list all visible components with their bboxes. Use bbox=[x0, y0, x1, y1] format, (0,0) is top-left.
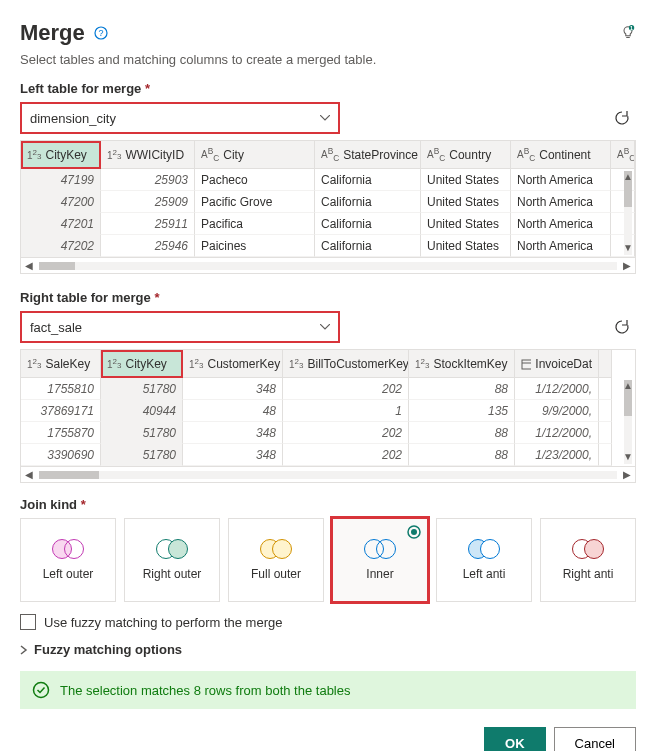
col-header-citykey[interactable]: 123CityKey bbox=[21, 141, 101, 169]
join-right-anti[interactable]: Right anti bbox=[540, 518, 636, 602]
ok-button[interactable]: OK bbox=[484, 727, 546, 751]
h-scrollbar[interactable]: ◀▶ bbox=[21, 257, 635, 273]
fuzzy-options-expander[interactable]: Fuzzy matching options bbox=[20, 642, 636, 657]
page-title: Merge bbox=[20, 20, 85, 46]
right-table-dropdown[interactable]: fact_sale bbox=[20, 311, 340, 343]
success-message: The selection matches 8 rows from both t… bbox=[20, 671, 636, 709]
join-full-outer[interactable]: Full outer bbox=[228, 518, 324, 602]
left-table-label: Left table for merge * bbox=[20, 81, 636, 96]
right-table-label: Right table for merge * bbox=[20, 290, 636, 305]
col-header[interactable]: InvoiceDat bbox=[515, 350, 599, 378]
svg-text:1: 1 bbox=[630, 25, 633, 31]
cancel-button[interactable]: Cancel bbox=[554, 727, 636, 751]
col-header[interactable]: 123CustomerKey bbox=[183, 350, 283, 378]
col-header[interactable]: 123SaleKey bbox=[21, 350, 101, 378]
help-icon[interactable]: ? bbox=[93, 25, 109, 41]
subtitle: Select tables and matching columns to cr… bbox=[20, 52, 636, 67]
chevron-down-icon bbox=[320, 324, 330, 330]
svg-text:?: ? bbox=[98, 28, 103, 38]
join-right-outer[interactable]: Right outer bbox=[124, 518, 220, 602]
col-header[interactable]: ABCCountry bbox=[421, 141, 511, 169]
refresh-left-button[interactable] bbox=[608, 104, 636, 132]
join-inner[interactable]: Inner bbox=[332, 518, 428, 602]
join-left-anti[interactable]: Left anti bbox=[436, 518, 532, 602]
col-header-more[interactable]: ABC bbox=[611, 141, 635, 169]
col-header[interactable]: ABCCity bbox=[195, 141, 315, 169]
col-header[interactable]: 123BillToCustomerKey bbox=[283, 350, 409, 378]
lightbulb-icon[interactable]: 1 bbox=[620, 25, 636, 41]
join-left-outer[interactable]: Left outer bbox=[20, 518, 116, 602]
radio-selected-icon bbox=[407, 525, 421, 539]
col-header[interactable]: ABCContinent bbox=[511, 141, 611, 169]
fuzzy-checkbox-label: Use fuzzy matching to perform the merge bbox=[44, 615, 282, 630]
col-header-citykey[interactable]: 123CityKey bbox=[101, 350, 183, 378]
svg-point-8 bbox=[411, 529, 417, 535]
left-table-preview: 123CityKey 123WWICityID ABCCity ABCState… bbox=[20, 140, 636, 274]
fuzzy-checkbox[interactable] bbox=[20, 614, 36, 630]
right-table-preview: 123SaleKey 123CityKey 123CustomerKey 123… bbox=[20, 349, 636, 483]
svg-point-9 bbox=[34, 683, 49, 698]
left-table-dropdown[interactable]: dimension_city bbox=[20, 102, 340, 134]
check-circle-icon bbox=[32, 681, 50, 699]
join-kind-label: Join kind * bbox=[20, 497, 636, 512]
svg-rect-5 bbox=[522, 360, 531, 369]
col-header[interactable]: ABCStateProvince bbox=[315, 141, 421, 169]
refresh-right-button[interactable] bbox=[608, 313, 636, 341]
calendar-icon bbox=[521, 358, 531, 370]
col-header[interactable]: 123StockItemKey bbox=[409, 350, 515, 378]
h-scrollbar[interactable]: ◀▶ bbox=[21, 466, 635, 482]
col-header[interactable]: 123WWICityID bbox=[101, 141, 195, 169]
col-header-edge bbox=[599, 350, 612, 378]
chevron-down-icon bbox=[320, 115, 330, 121]
chevron-right-icon bbox=[20, 645, 28, 655]
